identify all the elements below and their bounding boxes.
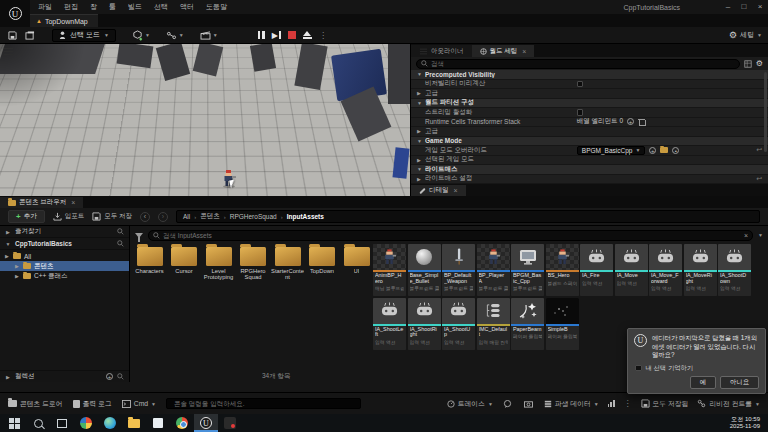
close-tab-icon[interactable]: ×: [522, 48, 526, 55]
menu-item[interactable]: 액터: [180, 2, 194, 12]
menu-item[interactable]: 편집: [64, 2, 78, 12]
taskbar-item-unreal[interactable]: U: [194, 414, 218, 432]
clear-search-icon[interactable]: ×: [744, 232, 748, 239]
collections-section[interactable]: ▶컬렉션 +: [0, 370, 129, 382]
level-tab[interactable]: ▲ TopDownMap: [30, 14, 98, 27]
asset-tile[interactable]: BS_Hero 블렌드 스페이스: [546, 244, 579, 296]
settings-gear-icon[interactable]: ⚙: [756, 59, 763, 68]
asset-search[interactable]: ×: [148, 230, 753, 241]
messages-icon[interactable]: [502, 398, 514, 410]
asset-tile[interactable]: IA_Move_Forward 입력 액션: [649, 244, 682, 296]
asset-tile[interactable]: IA_ShootUp 입력 액션: [442, 298, 475, 350]
settings-collapsed-row[interactable]: ▶선택된 게임 모드: [411, 156, 768, 166]
tree-item[interactable]: ▶ 콘텐츠: [0, 261, 129, 271]
folder-tile[interactable]: Cursor: [168, 244, 201, 296]
delete-icon[interactable]: [638, 118, 645, 125]
save-status[interactable]: 모두 저장됨: [641, 399, 689, 409]
back-button[interactable]: ‹: [140, 212, 150, 222]
console-type-dropdown[interactable]: Cmd▼: [122, 400, 156, 408]
import-button[interactable]: 임포트: [53, 212, 85, 221]
pause-button[interactable]: [258, 31, 265, 39]
filter-icon[interactable]: [135, 233, 143, 238]
browse-modes-icon[interactable]: [24, 29, 36, 41]
viewport-menu-icon[interactable]: [4, 48, 13, 55]
menu-item[interactable]: 파일: [38, 2, 52, 12]
yes-button[interactable]: 예: [690, 376, 716, 389]
search-icon[interactable]: [117, 228, 124, 235]
trace-dropdown[interactable]: 트레이스▼: [447, 399, 493, 409]
asset-tile[interactable]: BP_PlayerA 블루프린트 클래스: [477, 244, 510, 296]
tab-details[interactable]: 디테일 ×: [411, 185, 466, 196]
search-icon[interactable]: [117, 373, 124, 380]
asset-tile[interactable]: IA_ShootDown 입력 액션: [718, 244, 751, 296]
eject-button[interactable]: [303, 31, 312, 39]
forward-button[interactable]: ›: [158, 212, 168, 222]
taskbar-item-store[interactable]: [146, 414, 170, 432]
level-viewport[interactable]: [0, 44, 410, 196]
tree-item[interactable]: ▶ C++ 클래스: [0, 271, 129, 281]
editor-mode-select[interactable]: 선택 모드 ▼: [52, 29, 116, 42]
asset-tile[interactable]: AnimBP_Hero 애님 블루프린트: [373, 244, 406, 296]
close-content-browser-icon[interactable]: ×: [71, 199, 75, 206]
save-all-button[interactable]: 모두 저장: [92, 212, 132, 221]
save-level-icon[interactable]: [6, 29, 18, 41]
add-collection-icon[interactable]: +: [106, 373, 113, 380]
use-selected-icon[interactable]: •: [672, 147, 679, 154]
add-icon[interactable]: +: [649, 147, 656, 154]
settings-collapsed-row[interactable]: ▶라이트매스 설정 ↩: [411, 175, 768, 185]
settings-section-header[interactable]: ▼라이트매스: [411, 165, 768, 175]
taskbar-item-start[interactable]: [2, 414, 26, 432]
tab-content-browser[interactable]: 콘텐츠 브라우저 ×: [0, 197, 83, 208]
no-button[interactable]: 아니요: [720, 376, 759, 389]
console-input-box[interactable]: [166, 398, 361, 409]
taskbar-item-epic[interactable]: [218, 414, 242, 432]
browse-icon[interactable]: [660, 147, 668, 153]
folder-tile[interactable]: Level Prototyping: [202, 244, 235, 296]
taskbar-item-taskview[interactable]: [50, 414, 74, 432]
breadcrumb-item[interactable]: RPGHeroSquad›: [230, 213, 283, 220]
settings-section-header[interactable]: ▼Game Mode: [411, 137, 768, 147]
reset-to-default-icon[interactable]: ↩: [756, 175, 762, 183]
asset-tile[interactable]: Base_Simple_Bullet 블루프린트 클래스: [408, 244, 441, 296]
gamemode-dropdown[interactable]: BPGM_BasicCpp▼: [577, 146, 646, 155]
settings-section-header[interactable]: ▼Precomputed Visibility: [411, 70, 768, 80]
console-input[interactable]: [172, 399, 355, 408]
asset-tile[interactable]: IA_Move 입력 액션: [615, 244, 648, 296]
minimize-button[interactable]: –: [720, 0, 736, 14]
cinematics-button[interactable]: ▼: [200, 31, 218, 40]
breadcrumb-item[interactable]: 콘텐츠›: [200, 212, 226, 221]
menu-item[interactable]: 도움말: [206, 2, 227, 12]
taskbar-item-edge[interactable]: [98, 414, 122, 432]
asset-tile[interactable]: IMC_Default 입력 매핑 컨텍스트: [477, 298, 510, 350]
screenshot-icon[interactable]: [523, 398, 535, 410]
taskbar-item-explorer[interactable]: [122, 414, 146, 432]
revision-control-dropdown[interactable]: 리비전 컨트롤▼: [697, 399, 760, 409]
reset-to-default-icon[interactable]: ↩: [756, 146, 762, 154]
scrollbar[interactable]: [764, 72, 767, 152]
taskbar-clock[interactable]: 오전 10:59 2025-11-09: [730, 416, 766, 431]
folder-tile[interactable]: StarterContent: [271, 244, 304, 296]
checkbox[interactable]: [577, 81, 584, 88]
asset-search-input[interactable]: [163, 232, 741, 239]
maximize-button[interactable]: □: [736, 0, 752, 14]
save-search-caret[interactable]: ▼: [758, 232, 763, 238]
blueprints-button[interactable]: ▼: [166, 31, 184, 40]
close-button[interactable]: ×: [752, 0, 768, 14]
taskbar-item-pinwheel[interactable]: [74, 414, 98, 432]
asset-tile[interactable]: PaperBeam 페이퍼 플립북: [511, 298, 544, 350]
breadcrumb-item[interactable]: InputAssets›: [287, 213, 324, 220]
asset-tile[interactable]: BP_Default_Weapon 블루프린트 클래스: [442, 244, 475, 296]
asset-tile[interactable]: IA_Fire 입력 액션: [580, 244, 613, 296]
asset-tile[interactable]: SimpleB 페이퍼 플립북: [546, 298, 579, 350]
stop-button[interactable]: [288, 31, 296, 39]
folder-tile[interactable]: Characters: [133, 244, 166, 296]
add-button[interactable]: + 추가: [8, 210, 45, 223]
asset-tile[interactable]: IA_ShootLeft 입력 액션: [373, 298, 406, 350]
project-section[interactable]: ▼CppTutorialBasics: [0, 238, 129, 250]
settings-section-header[interactable]: ▼월드 파티션 구성: [411, 99, 768, 109]
asset-tile[interactable]: IA_ShootRight 입력 액션: [408, 298, 441, 350]
column-view-icon[interactable]: [744, 60, 752, 68]
remember-checkbox[interactable]: [635, 365, 642, 372]
frame-skip-button[interactable]: ▶: [272, 31, 281, 40]
add-actor-button[interactable]: ▼: [132, 30, 150, 41]
